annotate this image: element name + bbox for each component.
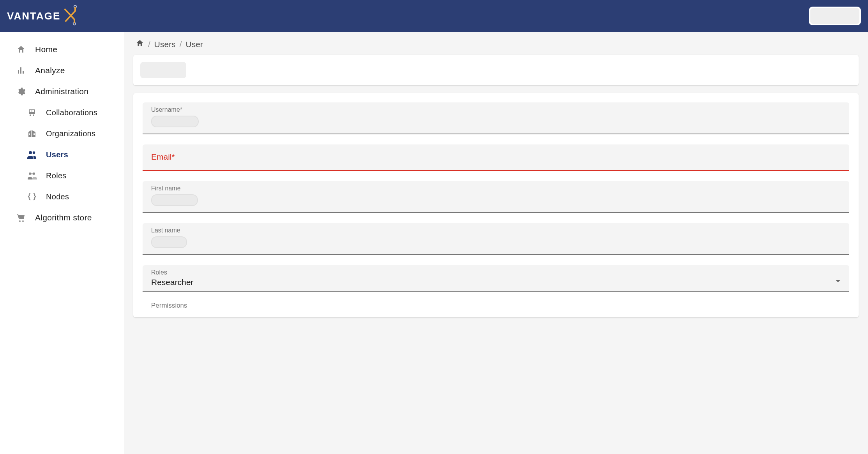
main-content: / Users / User Username* Email* First na… (124, 32, 868, 454)
breadcrumb-home-icon[interactable] (136, 39, 144, 49)
bus-icon (26, 107, 37, 118)
roles-icon (26, 171, 37, 181)
svg-rect-14 (34, 133, 35, 134)
firstname-value-placeholder (151, 194, 198, 206)
sidebar-item-roles[interactable]: Roles (0, 165, 124, 186)
firstname-field[interactable]: First name (143, 181, 849, 213)
sidebar-item-label: Organizations (46, 129, 95, 138)
sidebar-item-algorithm-store[interactable]: Algorithm store (0, 207, 124, 228)
breadcrumb-users[interactable]: Users (154, 40, 176, 49)
breadcrumb-sep: / (148, 40, 150, 49)
svg-rect-11 (29, 134, 30, 135)
sidebar: Home Analyze Administration Collaboratio… (0, 32, 124, 454)
page-title-card (133, 55, 859, 85)
sidebar-item-label: Home (35, 45, 57, 54)
svg-rect-13 (33, 134, 34, 135)
svg-rect-15 (34, 134, 35, 135)
breadcrumb: / Users / User (133, 39, 859, 49)
username-value-placeholder (151, 116, 199, 127)
sidebar-item-home[interactable]: Home (0, 39, 124, 60)
svg-point-22 (22, 220, 24, 222)
page-title-placeholder (140, 62, 186, 78)
sidebar-item-collaborations[interactable]: Collaborations (0, 102, 124, 123)
svg-rect-10 (29, 133, 30, 134)
user-form-card: Username* Email* First name Last name Ro… (133, 93, 859, 317)
breadcrumb-sep: / (180, 40, 182, 49)
cart-icon (16, 213, 26, 223)
svg-rect-3 (20, 67, 21, 74)
braces-icon (26, 192, 37, 202)
sidebar-item-organizations[interactable]: Organizations (0, 123, 124, 144)
svg-point-19 (33, 172, 35, 175)
svg-point-21 (19, 220, 21, 222)
bar-chart-icon (16, 65, 26, 76)
breadcrumb-current: User (186, 40, 203, 49)
sidebar-item-label: Algorithm store (35, 213, 92, 222)
sidebar-item-label: Analyze (35, 66, 65, 75)
svg-point-16 (29, 151, 32, 154)
roles-value: Researcher (151, 278, 194, 287)
svg-rect-4 (23, 71, 24, 74)
svg-rect-9 (32, 110, 34, 112)
building-icon (26, 128, 37, 139)
email-label: Email* (151, 148, 841, 165)
roles-field[interactable]: Roles Researcher (143, 265, 849, 292)
home-icon (16, 44, 26, 55)
brand-logo[interactable]: VANTAGE (7, 4, 78, 28)
email-field[interactable]: Email* (143, 144, 849, 171)
sidebar-item-label: Roles (46, 171, 67, 180)
roles-label: Roles (151, 269, 841, 276)
svg-point-6 (30, 114, 31, 116)
brand-glyph-icon (64, 4, 78, 28)
lastname-field[interactable]: Last name (143, 223, 849, 255)
header-action-button[interactable] (809, 7, 861, 25)
svg-point-20 (31, 173, 33, 174)
username-field[interactable]: Username* (143, 102, 849, 134)
lastname-label: Last name (151, 227, 841, 234)
svg-point-7 (33, 114, 34, 116)
svg-rect-12 (33, 133, 34, 134)
app-header: VANTAGE (0, 0, 868, 32)
svg-point-18 (29, 172, 31, 175)
sidebar-item-label: Administration (35, 87, 88, 96)
svg-rect-8 (30, 110, 32, 112)
sidebar-item-label: Collaborations (46, 108, 97, 117)
lastname-value-placeholder (151, 236, 187, 248)
svg-rect-2 (18, 70, 19, 74)
sidebar-item-label: Nodes (46, 192, 69, 201)
sidebar-item-administration[interactable]: Administration (0, 81, 124, 102)
username-label: Username* (151, 106, 841, 113)
users-icon (26, 150, 37, 160)
permissions-label: Permissions (143, 302, 849, 313)
sidebar-item-label: Users (46, 150, 68, 159)
firstname-label: First name (151, 185, 841, 192)
brand-name: VANTAGE (7, 10, 60, 22)
sidebar-item-analyze[interactable]: Analyze (0, 60, 124, 81)
svg-point-17 (33, 151, 35, 154)
gear-icon (16, 86, 26, 97)
chevron-down-icon (835, 278, 841, 285)
sidebar-item-nodes[interactable]: Nodes (0, 186, 124, 207)
sidebar-item-users[interactable]: Users (0, 144, 124, 165)
